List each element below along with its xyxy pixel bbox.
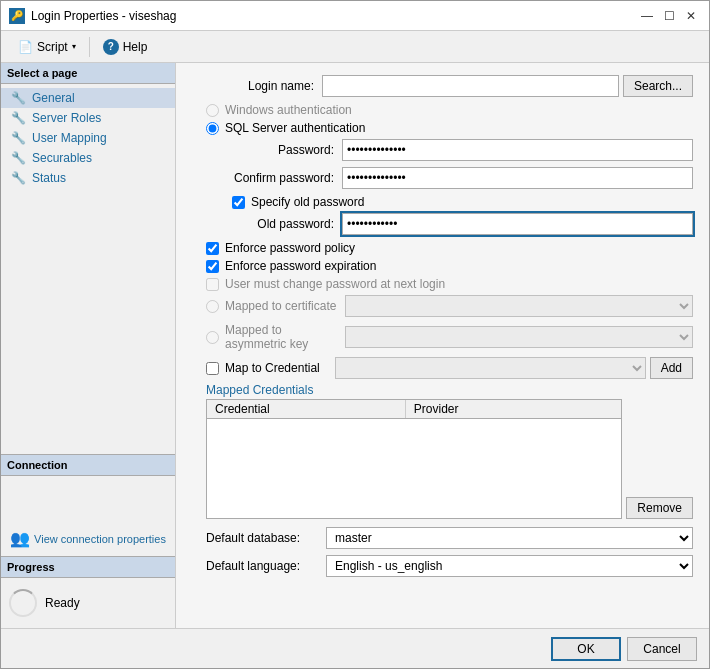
- must-change-row: User must change password at next login: [192, 277, 693, 291]
- connection-section-title: Connection: [1, 454, 175, 476]
- login-name-input[interactable]: [322, 75, 619, 97]
- help-label: Help: [123, 40, 148, 54]
- connection-link[interactable]: 👥 View connection properties: [10, 529, 166, 548]
- credentials-table-container: Credential Provider: [206, 399, 622, 519]
- password-label: Password:: [232, 143, 342, 157]
- login-name-row: Login name: Search...: [192, 75, 693, 97]
- credentials-table-wrapper: Credential Provider Remove: [206, 399, 693, 519]
- old-password-input[interactable]: [342, 213, 693, 235]
- old-password-row: Old password:: [192, 213, 693, 235]
- toolbar-separator: [89, 37, 90, 57]
- password-input[interactable]: [342, 139, 693, 161]
- default-language-label: Default language:: [206, 559, 326, 573]
- sidebar-item-securables[interactable]: 🔧 Securables: [1, 148, 175, 168]
- specify-old-password-label: Specify old password: [251, 195, 364, 209]
- connection-icon: 👥: [10, 529, 30, 548]
- script-label: Script: [37, 40, 68, 54]
- sidebar-item-server-roles[interactable]: 🔧 Server Roles: [1, 108, 175, 128]
- window-title: Login Properties - viseshag: [31, 9, 176, 23]
- default-language-dropdown[interactable]: English - us_english: [326, 555, 693, 577]
- mapped-cert-label: Mapped to certificate: [225, 299, 345, 313]
- sidebar-item-label-status: Status: [32, 171, 66, 185]
- status-icon: 🔧: [11, 171, 26, 185]
- credentials-table-header: Credential Provider: [207, 400, 621, 419]
- default-database-dropdown[interactable]: master: [326, 527, 693, 549]
- specify-old-password-checkbox[interactable]: [232, 196, 245, 209]
- ok-button[interactable]: OK: [551, 637, 621, 661]
- help-button[interactable]: ? Help: [94, 35, 157, 59]
- title-bar: 🔑 Login Properties - viseshag — ☐ ✕: [1, 1, 709, 31]
- sql-auth-row: SQL Server authentication: [192, 121, 693, 135]
- default-language-row: Default language: English - us_english: [192, 555, 693, 577]
- sidebar-item-user-mapping[interactable]: 🔧 User Mapping: [1, 128, 175, 148]
- confirm-password-input[interactable]: [342, 167, 693, 189]
- sidebar-items: 🔧 General 🔧 Server Roles 🔧 User Mapping …: [1, 84, 175, 192]
- mapped-key-dropdown: [345, 326, 693, 348]
- mapped-credentials-section: Mapped Credentials: [192, 383, 693, 397]
- minimize-button[interactable]: —: [637, 6, 657, 26]
- general-icon: 🔧: [11, 91, 26, 105]
- progress-content: Ready: [1, 578, 175, 628]
- content-area: Select a page 🔧 General 🔧 Server Roles 🔧…: [1, 63, 709, 628]
- close-button[interactable]: ✕: [681, 6, 701, 26]
- map-credential-dropdown: [335, 357, 646, 379]
- window-icon: 🔑: [9, 8, 25, 24]
- enforce-policy-label: Enforce password policy: [225, 241, 355, 255]
- sql-auth-label: SQL Server authentication: [225, 121, 365, 135]
- search-button[interactable]: Search...: [623, 75, 693, 97]
- confirm-password-label: Confirm password:: [232, 171, 342, 185]
- sidebar-item-label-server-roles: Server Roles: [32, 111, 101, 125]
- mapped-cert-row: Mapped to certificate: [192, 295, 693, 317]
- script-dropdown-arrow: ▾: [72, 42, 76, 51]
- user-mapping-icon: 🔧: [11, 131, 26, 145]
- must-change-checkbox[interactable]: [206, 278, 219, 291]
- sql-auth-radio[interactable]: [206, 122, 219, 135]
- enforce-expiration-row: Enforce password expiration: [192, 259, 693, 273]
- password-row: Password:: [192, 139, 693, 161]
- provider-col-header: Provider: [406, 400, 621, 418]
- sidebar-item-general[interactable]: 🔧 General: [1, 88, 175, 108]
- connection-link-text: View connection properties: [34, 533, 166, 545]
- map-credential-label: Map to Credential: [225, 361, 335, 375]
- map-credential-checkbox[interactable]: [206, 362, 219, 375]
- windows-auth-label: Windows authentication: [225, 103, 352, 117]
- old-password-label: Old password:: [232, 217, 342, 231]
- title-controls: — ☐ ✕: [637, 6, 701, 26]
- server-roles-icon: 🔧: [11, 111, 26, 125]
- sidebar-item-status[interactable]: 🔧 Status: [1, 168, 175, 188]
- mapped-key-row: Mapped to asymmetric key: [192, 323, 693, 351]
- windows-auth-radio[interactable]: [206, 104, 219, 117]
- default-database-row: Default database: master: [192, 527, 693, 549]
- mapped-key-label: Mapped to asymmetric key: [225, 323, 345, 351]
- help-icon: ?: [103, 39, 119, 55]
- mapped-key-radio[interactable]: [206, 331, 219, 344]
- map-credential-row: Map to Credential Add: [192, 357, 693, 379]
- progress-status: Ready: [45, 596, 80, 610]
- progress-section-title: Progress: [1, 556, 175, 578]
- script-button[interactable]: 📄 Script ▾: [9, 36, 85, 58]
- add-button[interactable]: Add: [650, 357, 693, 379]
- cancel-button[interactable]: Cancel: [627, 637, 697, 661]
- toolbar: 📄 Script ▾ ? Help: [1, 31, 709, 63]
- enforce-policy-checkbox[interactable]: [206, 242, 219, 255]
- sidebar-item-label-securables: Securables: [32, 151, 92, 165]
- securables-icon: 🔧: [11, 151, 26, 165]
- main-window: 🔑 Login Properties - viseshag — ☐ ✕ 📄 Sc…: [0, 0, 710, 669]
- mapped-credentials-label: Mapped Credentials: [206, 383, 313, 397]
- connection-content: 👥 View connection properties: [1, 476, 175, 556]
- sidebar-item-label-user-mapping: User Mapping: [32, 131, 107, 145]
- main-panel: Login name: Search... Windows authentica…: [176, 63, 709, 628]
- login-name-label: Login name:: [192, 79, 322, 93]
- enforce-expiration-label: Enforce password expiration: [225, 259, 376, 273]
- windows-auth-row: Windows authentication: [192, 103, 693, 117]
- mapped-cert-dropdown: [345, 295, 693, 317]
- default-database-label: Default database:: [206, 531, 326, 545]
- enforce-expiration-checkbox[interactable]: [206, 260, 219, 273]
- must-change-label: User must change password at next login: [225, 277, 445, 291]
- mapped-cert-radio[interactable]: [206, 300, 219, 313]
- remove-button[interactable]: Remove: [626, 497, 693, 519]
- maximize-button[interactable]: ☐: [659, 6, 679, 26]
- specify-old-password-row: Specify old password: [192, 195, 693, 209]
- enforce-policy-row: Enforce password policy: [192, 241, 693, 255]
- credential-col-header: Credential: [207, 400, 406, 418]
